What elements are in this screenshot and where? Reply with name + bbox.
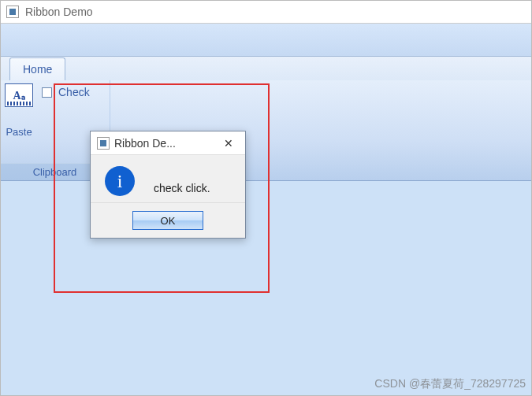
close-icon[interactable]: ✕: [218, 135, 239, 152]
ribbon-tabs: Home: [0, 57, 532, 80]
dialog-message: check click.: [154, 182, 210, 196]
dialog-app-icon: [97, 137, 110, 150]
dialog-titlebar[interactable]: Ribbon De... ✕: [91, 131, 245, 155]
message-dialog: Ribbon De... ✕ i check click. OK: [90, 131, 246, 239]
check-label: Check: [58, 86, 90, 98]
dialog-title: Ribbon De...: [114, 137, 214, 150]
paste-label: Paste: [6, 126, 32, 138]
watermark: CSDN @春蕾夏荷_728297725: [374, 377, 526, 391]
content-area: [0, 181, 532, 396]
quick-access-area: [0, 24, 532, 57]
paste-icon: Aₐ: [5, 83, 33, 107]
main-titlebar: Ribbon Demo: [0, 0, 532, 24]
app-icon: [6, 6, 19, 18]
window-title: Ribbon Demo: [25, 6, 93, 18]
checkbox-icon: [42, 87, 52, 98]
paste-button[interactable]: Aₐ Paste: [3, 83, 35, 138]
info-icon: i: [105, 166, 135, 196]
ok-button[interactable]: OK: [132, 211, 203, 230]
check-button[interactable]: Check: [38, 83, 99, 101]
ribbon-panel: Aₐ Paste Check Clipboard: [0, 80, 532, 181]
tab-home[interactable]: Home: [9, 57, 65, 80]
